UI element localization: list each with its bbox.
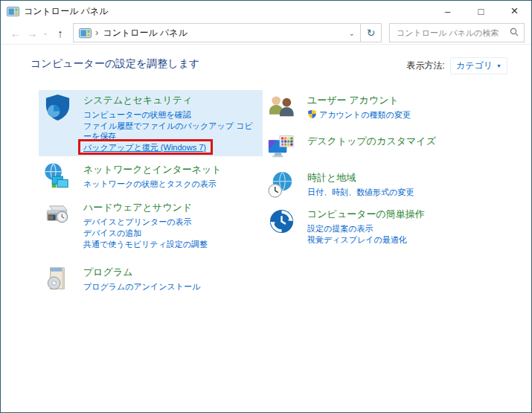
security-shield-icon (43, 93, 72, 122)
view-by: 表示方法: カテゴリ ▼ (407, 57, 507, 74)
users-icon (267, 93, 296, 122)
content-area: コンピューターの設定を調整します 表示方法: カテゴリ ▼ システムとセキュリテ… (1, 45, 531, 298)
view-by-label: 表示方法: (407, 60, 445, 72)
desktop-customize-icon (267, 134, 296, 163)
back-button[interactable]: ← (7, 28, 24, 39)
category-title-programs[interactable]: プログラム (83, 266, 200, 278)
dropdown-arrow-icon: ▼ (496, 63, 501, 68)
task-link[interactable]: ファイル履歴でファイルのバックアップ コピーを保存 (83, 121, 258, 141)
task-links: デバイスとプリンターの表示デバイスの追加共通で使うモビリティ設定の調整 (83, 217, 208, 249)
category-appearance-personalization: デスクトップのカスタマイズ (263, 131, 487, 166)
category-system-security: システムとセキュリティコンピューターの状態を確認ファイル履歴でファイルのバックア… (39, 90, 263, 156)
category-hardware-sound: ハードウェアとサウンドデバイスとプリンターの表示デバイスの追加共通で使うモビリテ… (39, 197, 263, 253)
close-icon: × (511, 4, 519, 19)
category-title-system-security[interactable]: システムとセキュリティ (83, 94, 258, 106)
maximize-button[interactable]: □ (464, 1, 498, 22)
category-title-hardware-sound[interactable]: ハードウェアとサウンド (83, 201, 208, 214)
navigation-bar: ← → ⌄ ↑ › コントロール パネル ⌄ ↻ (1, 22, 531, 45)
task-link[interactable]: 日付、時刻、数値形式の変更 (307, 187, 414, 197)
refresh-button[interactable]: ↻ (360, 23, 382, 42)
forward-icon: → (27, 27, 38, 39)
task-link[interactable]: ネットワークの状態とタスクの表示 (83, 179, 217, 189)
left-column: システムとセキュリティコンピューターの状態を確認ファイル履歴でファイルのバックア… (39, 90, 263, 298)
chevron-down-icon: ⌄ (42, 29, 48, 36)
task-link[interactable]: コンピューターの状態を確認 (83, 109, 191, 120)
search-icon (510, 26, 519, 39)
category-clock-region: 時計と地域日付、時刻、数値形式の変更 (263, 167, 487, 202)
up-icon: ↑ (57, 27, 63, 39)
forward-button[interactable]: → (24, 28, 40, 39)
up-button[interactable]: ↑ (51, 28, 70, 39)
title-bar: コントロール パネル – □ × (1, 1, 531, 22)
control-panel-icon (7, 6, 19, 16)
task-link[interactable]: デバイスの追加 (83, 228, 141, 238)
program-box-icon (43, 265, 72, 294)
category-network-internet: ネットワークとインターネットネットワークの状態とタスクの表示 (39, 159, 263, 194)
breadcrumb-control-panel[interactable]: コントロール パネル (103, 27, 188, 39)
task-link[interactable]: 設定の提案の表示 (307, 223, 374, 234)
printer-icon (43, 200, 72, 229)
category-title-ease-of-access[interactable]: コンピューターの簡単操作 (307, 208, 425, 220)
maximize-icon: □ (478, 6, 484, 17)
back-icon: ← (10, 27, 22, 39)
task-links: 日付、時刻、数値形式の変更 (307, 187, 414, 197)
minimize-icon: – (445, 6, 450, 17)
category-title-user-accounts[interactable]: ユーザー アカウント (307, 94, 411, 106)
category-ease-of-access: コンピューターの簡単操作設定の提案の表示視覚ディスプレイの最適化 (263, 204, 487, 249)
task-link[interactable]: デバイスとプリンターの表示 (83, 217, 192, 227)
chevron-down-icon: ⌄ (349, 29, 355, 37)
control-panel-icon (79, 28, 92, 38)
task-link[interactable]: プログラムのアンインストール (83, 281, 200, 292)
breadcrumb-separator-icon: › (95, 27, 98, 38)
category-title-clock-region[interactable]: 時計と地域 (307, 171, 414, 184)
refresh-icon: ↻ (367, 27, 376, 39)
address-dropdown-button[interactable]: ⌄ (349, 29, 355, 37)
network-globe-icon (43, 162, 72, 191)
address-bar[interactable]: › コントロール パネル ⌄ (73, 23, 361, 42)
category-programs: プログラムプログラムのアンインストール (39, 262, 263, 297)
ease-of-access-icon (267, 207, 296, 236)
category-title-network-internet[interactable]: ネットワークとインターネット (83, 163, 222, 176)
task-link[interactable]: 視覚ディスプレイの最適化 (307, 234, 407, 245)
task-link[interactable]: アカウントの種類の変更 (307, 109, 411, 120)
view-by-dropdown[interactable]: カテゴリ ▼ (450, 57, 507, 74)
minimize-button[interactable]: – (431, 1, 464, 22)
search-input[interactable] (395, 28, 507, 38)
task-links: 設定の提案の表示視覚ディスプレイの最適化 (307, 223, 425, 245)
category-user-accounts: ユーザー アカウントアカウントの種類の変更 (263, 90, 487, 125)
window-controls: – □ × (431, 1, 531, 22)
task-links: ネットワークの状態とタスクの表示 (83, 179, 222, 189)
task-link[interactable]: 共通で使うモビリティ設定の調整 (83, 239, 208, 249)
category-title-appearance-personalization[interactable]: デスクトップのカスタマイズ (307, 135, 436, 147)
window-title: コントロール パネル (24, 5, 109, 18)
category-columns: システムとセキュリティコンピューターの状態を確認ファイル履歴でファイルのバックア… (39, 90, 521, 298)
page-title: コンピューターの設定を調整します (31, 57, 199, 71)
search-box[interactable] (389, 23, 525, 42)
task-links: コンピューターの状態を確認ファイル履歴でファイルのバックアップ コピーを保存バッ… (83, 109, 258, 153)
uac-shield-icon (307, 109, 317, 119)
recent-pages-button[interactable]: ⌄ (40, 29, 51, 36)
content-header: コンピューターの設定を調整します 表示方法: カテゴリ ▼ (31, 57, 521, 74)
task-link-annotated[interactable]: バックアップと復元 (Windows 7) (83, 142, 206, 153)
clock-globe-icon (267, 170, 296, 199)
close-button[interactable]: × (498, 1, 531, 22)
view-by-value: カテゴリ (456, 60, 493, 72)
task-links: プログラムのアンインストール (83, 281, 200, 292)
task-links: アカウントの種類の変更 (307, 109, 411, 120)
right-column: ユーザー アカウントアカウントの種類の変更デスクトップのカスタマイズ時計と地域日… (263, 90, 487, 298)
